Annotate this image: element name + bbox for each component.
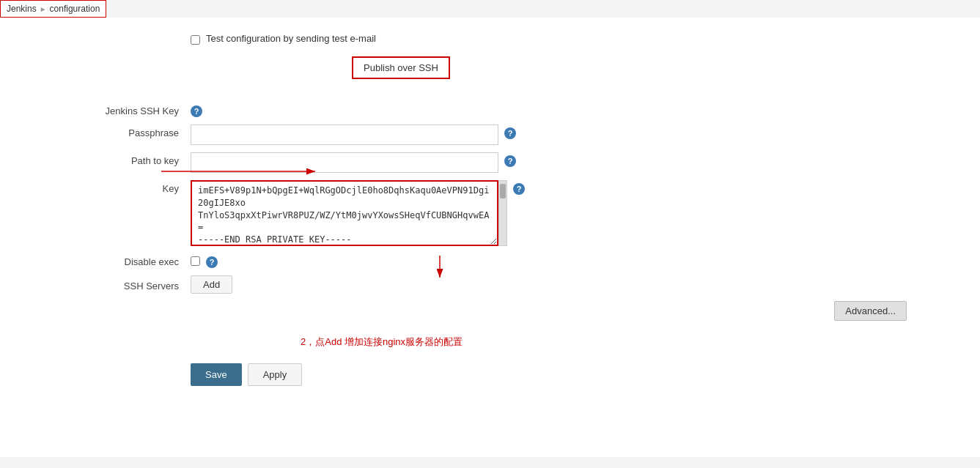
disable-exec-label: Disable exec bbox=[29, 253, 191, 267]
path-to-key-input[interactable] bbox=[191, 152, 498, 173]
advanced-button[interactable]: Advanced... bbox=[834, 301, 907, 321]
breadcrumb-jenkins[interactable]: Jenkins bbox=[7, 4, 37, 14]
disable-exec-help-icon[interactable]: ? bbox=[206, 256, 218, 268]
passphrase-label: Passphrase bbox=[29, 125, 191, 138]
breadcrumb-arrow: ► bbox=[40, 5, 47, 13]
breadcrumb-current: configuration bbox=[50, 4, 100, 14]
jenkins-ssh-key-row: Jenkins SSH Key ? bbox=[29, 103, 951, 117]
passphrase-input[interactable] bbox=[191, 125, 498, 145]
jenkins-ssh-key-help-icon[interactable]: ? bbox=[191, 105, 202, 117]
key-help-icon[interactable]: ? bbox=[513, 183, 525, 195]
apply-button[interactable]: Apply bbox=[248, 363, 303, 386]
ssh-servers-row: SSH Servers Add bbox=[29, 275, 951, 294]
advanced-row: Advanced... bbox=[29, 301, 907, 321]
disable-exec-wrap: ? bbox=[191, 253, 951, 268]
test-config-checkbox[interactable] bbox=[191, 35, 200, 45]
disable-exec-row: Disable exec ? bbox=[29, 253, 951, 268]
disable-exec-checkbox[interactable] bbox=[191, 256, 200, 266]
key-label: Key bbox=[29, 180, 191, 194]
publish-ssh-tab[interactable]: Publish over SSH bbox=[352, 56, 450, 79]
path-to-key-row: Path to key ? bbox=[29, 152, 951, 173]
key-wrap: imEFS+V89p1N+bQpgEI+WqlRGgODcjlE0ho8Dqhs… bbox=[191, 180, 951, 246]
passphrase-row: Passphrase ? bbox=[29, 125, 951, 145]
test-config-label: Test configuration by sending test e-mai… bbox=[206, 33, 376, 44]
key-row: Key imEFS+V89p1N+bQpgEI+WqlRGgODcjlE0ho8… bbox=[29, 180, 951, 246]
breadcrumb: Jenkins ► configuration bbox=[0, 0, 106, 18]
annotation-2: 2，点Add 增加连接nginx服务器的配置 bbox=[301, 335, 951, 349]
passphrase-wrap: ? bbox=[191, 125, 951, 145]
path-to-key-label: Path to key bbox=[29, 152, 191, 166]
scroll-indicator bbox=[498, 180, 507, 246]
path-to-key-wrap: ? bbox=[191, 152, 951, 173]
path-to-key-help-icon[interactable]: ? bbox=[504, 155, 516, 167]
save-button[interactable]: Save bbox=[191, 363, 242, 386]
jenkins-ssh-key-label: Jenkins SSH Key bbox=[29, 103, 191, 116]
key-textarea[interactable]: imEFS+V89p1N+bQpgEI+WqlRGgODcjlE0ho8Dqhs… bbox=[191, 180, 498, 246]
add-button[interactable]: Add bbox=[191, 275, 232, 294]
key-textarea-wrap: imEFS+V89p1N+bQpgEI+WqlRGgODcjlE0ho8Dqhs… bbox=[191, 180, 507, 246]
ssh-servers-label: SSH Servers bbox=[29, 278, 191, 291]
passphrase-help-icon[interactable]: ? bbox=[504, 127, 516, 139]
scroll-thumb bbox=[500, 184, 506, 198]
action-row: Save Apply bbox=[191, 363, 951, 386]
ssh-servers-wrap: Add bbox=[191, 275, 951, 294]
test-config-row: Test configuration by sending test e-mai… bbox=[191, 32, 951, 45]
jenkins-ssh-key-wrap: ? bbox=[191, 103, 951, 117]
